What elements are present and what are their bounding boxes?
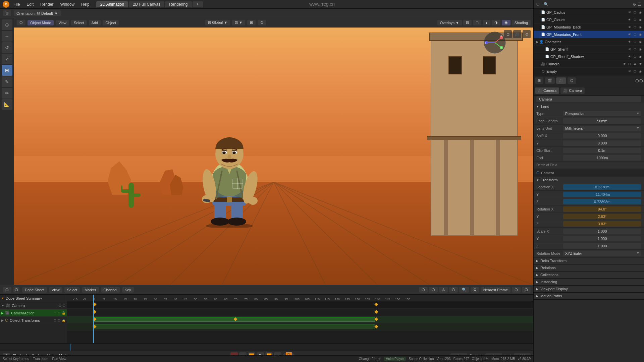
tab-add[interactable]: + — [193, 1, 203, 7]
filter-icon[interactable]: ⚙ — [633, 2, 636, 7]
ds-item-camera[interactable]: ▼ 🎥 Camera ⬡ ⬡ — [0, 302, 67, 309]
camera-tab-camera2[interactable]: 🎥 Camera — [560, 87, 585, 94]
location-x-value[interactable]: 0.2378m — [563, 184, 641, 190]
outliner-item-gp-clouds[interactable]: 📄 GP_Clouds 👁 ⬡ ◉ — [534, 16, 644, 23]
gp-sheriff-render-icon[interactable]: ◉ — [638, 47, 643, 52]
ds-transforms-icon-2[interactable]: ⬡ — [58, 319, 60, 322]
ds-collapse-btn[interactable]: ⬡ — [522, 287, 531, 293]
ds-filter-btn[interactable]: ⚙ — [471, 287, 479, 293]
add-menu[interactable]: Add — [89, 20, 101, 25]
anim-player-btn[interactable]: Anim Player — [384, 357, 406, 361]
ds-cache-btn[interactable]: ⬡ — [449, 287, 458, 293]
relations-header[interactable]: ▶ Relations — [534, 264, 644, 272]
ds-warning-btn[interactable]: ⚠ — [439, 287, 448, 293]
menu-render[interactable]: Render — [39, 1, 55, 7]
main-viewport[interactable]: ⊡ 🎥 ⊙ X Y Z — [14, 27, 533, 285]
editor-type-icon[interactable]: ⬡ — [3, 287, 11, 293]
shading-wire[interactable]: ◻ — [473, 20, 481, 25]
props-scene-icon[interactable]: 🎬 — [545, 77, 555, 84]
props-object-icon[interactable]: ⬡ — [568, 77, 576, 84]
clip-end-value[interactable]: 1000m — [563, 155, 641, 161]
object-menu[interactable]: Object — [103, 20, 119, 25]
ds-view-menu[interactable]: View — [49, 287, 62, 293]
editor-type-btn[interactable]: ⬡ — [17, 20, 25, 25]
snap-toggle[interactable]: ⊞ — [247, 20, 256, 25]
shading-dropdown[interactable]: Shading — [512, 20, 531, 25]
menu-file[interactable]: File — [12, 1, 21, 7]
rotation-mode-dropdown[interactable]: XYZ Euler ▼ — [563, 251, 641, 256]
empty-eye-icon[interactable]: 👁 — [627, 69, 632, 74]
rotation-y-value[interactable]: 2.63° — [563, 214, 641, 219]
ds-marker-btn[interactable]: ⬡ — [429, 287, 438, 293]
gp-clouds-camera-icon[interactable]: ⬡ — [633, 17, 637, 22]
collections-header[interactable]: ▶ Collections — [534, 272, 644, 279]
overlays-btn[interactable]: Overlays ▼ — [437, 20, 462, 25]
ds-onion-btn[interactable]: ⬡ — [419, 287, 428, 293]
ds-camera-action-1[interactable]: ⬡ — [59, 304, 61, 307]
location-z-value[interactable]: 0.72898m — [563, 199, 641, 204]
ds-select-menu[interactable]: Select — [64, 287, 80, 293]
ds-key-menu[interactable]: Key — [122, 287, 134, 293]
viewport-overlays-btn[interactable]: ⊙ — [523, 30, 531, 38]
pivot-point[interactable]: ⊡ ▼ — [232, 20, 245, 25]
props-panel-icon-1[interactable]: ⬡ — [635, 78, 639, 83]
outliner-item-gp-sheriff[interactable]: 📄 GP_Sheriff 👁 ⬡ ◉ — [534, 46, 644, 53]
gp-clouds-eye-icon[interactable]: 👁 — [627, 17, 632, 22]
annotate-tool[interactable]: ✎ — [2, 76, 12, 87]
gp-mountains-back-camera-icon[interactable]: ⬡ — [633, 25, 637, 29]
viewport-camera-btn[interactable]: 🎥 — [513, 30, 521, 38]
focal-length-value[interactable]: 50mm — [563, 118, 641, 124]
character-camera-icon[interactable]: ⬡ — [633, 40, 637, 44]
gp-mountains-back-render-icon[interactable]: ◉ — [638, 25, 643, 29]
ds-item-object-transforms[interactable]: ▶ ⬡ Object Transforms ⬡ ⬡ 🔒 — [0, 317, 67, 324]
ds-action-icon-3[interactable]: 🔒 — [62, 311, 65, 315]
ds-transforms-icon-3[interactable]: 🔒 — [62, 319, 65, 322]
transform-tool[interactable]: ⊞ — [2, 65, 12, 76]
outliner-item-gp-mountains-back[interactable]: 📄 GP_Mountains_Back 👁 ⬡ ◉ — [534, 23, 644, 31]
camera-eye-icon[interactable]: 👁 — [622, 62, 627, 66]
scale-z-value[interactable]: 1.000 — [563, 243, 641, 249]
gp-mountains-front-camera-icon[interactable]: ⬡ — [633, 32, 637, 37]
outliner-item-gp-mountains-front[interactable]: 📄 GP_Mountains_Front 👁 ⬡ ◉ — [534, 31, 644, 38]
gp-sheriff-shadow-render-icon[interactable]: ◉ — [638, 54, 643, 59]
lens-section-header[interactable]: ▼ Lens — [534, 103, 644, 110]
character-render-icon[interactable]: ◉ — [638, 40, 643, 44]
character-eye-icon[interactable]: 👁 — [627, 40, 632, 44]
camera-restrict-icon[interactable]: ⬡ — [627, 62, 632, 66]
shift-y-value[interactable]: 0.000 — [563, 140, 641, 146]
gp-cactus-camera-icon[interactable]: ⬡ — [633, 10, 637, 15]
scale-y-value[interactable]: 1.000 — [563, 236, 641, 241]
ds-camera-action-2[interactable]: ⬡ — [63, 304, 65, 307]
ds-expand-btn[interactable]: ⬡ — [512, 287, 521, 293]
draw-tool[interactable]: ✏ — [2, 88, 12, 99]
dopesheet-timeline[interactable]: -10 -5 0 5 10 15 20 25 30 35 40 45 50 55… — [67, 295, 533, 343]
props-panel-icon-2[interactable]: ⬡ — [639, 78, 643, 83]
instancing-header[interactable]: ▶ Instancing — [534, 279, 644, 286]
ds-transforms-icon-1[interactable]: ⬡ — [54, 319, 56, 322]
transform-space[interactable]: ⊡ Global ▼ — [205, 20, 230, 25]
gp-mountains-front-eye-icon[interactable]: 👁 — [627, 32, 632, 37]
shift-x-value[interactable]: 0.000 — [563, 133, 641, 138]
view-icon[interactable]: ☰ — [638, 2, 641, 7]
gp-mountains-back-eye-icon[interactable]: 👁 — [627, 25, 632, 29]
dopesheet-mode-selector[interactable]: Dope Sheet — [22, 287, 47, 293]
camera-name-value[interactable]: Camera — [536, 96, 641, 102]
gp-mountains-front-render-icon[interactable]: ◉ — [638, 32, 643, 37]
lens-unit-dropdown[interactable]: Millimeters ▼ — [563, 126, 641, 131]
outliner-item-camera[interactable]: 🎥 Camera 👁 ⬡ ◉ 👁 — [534, 60, 644, 68]
outliner-item-character[interactable]: ▶ 👤 Character 👁 ⬡ ◉ — [534, 38, 644, 46]
scale-x-value[interactable]: 1.000 — [563, 229, 641, 234]
empty-render-icon[interactable]: ◉ — [638, 69, 643, 74]
camera-render-icon[interactable]: ◉ — [633, 62, 637, 66]
menu-window[interactable]: Window — [59, 1, 76, 7]
transform-section-header[interactable]: ▼ Transform — [534, 177, 644, 183]
gp-sheriff-shadow-eye-icon[interactable]: 👁 — [627, 54, 632, 59]
camera-tab-camera[interactable]: 🎥 Camera — [535, 87, 559, 94]
menu-edit[interactable]: Edit — [25, 1, 35, 7]
ds-channel-menu[interactable]: Channel — [101, 287, 120, 293]
shading-solid[interactable]: ● — [483, 20, 490, 25]
ds-item-summary[interactable]: ▼ Dope Sheet Summary — [0, 295, 67, 302]
ds-nearest-frame[interactable]: Nearest Frame — [481, 287, 511, 293]
menu-help[interactable]: Help — [80, 1, 91, 7]
gp-clouds-render-icon[interactable]: ◉ — [638, 17, 643, 22]
